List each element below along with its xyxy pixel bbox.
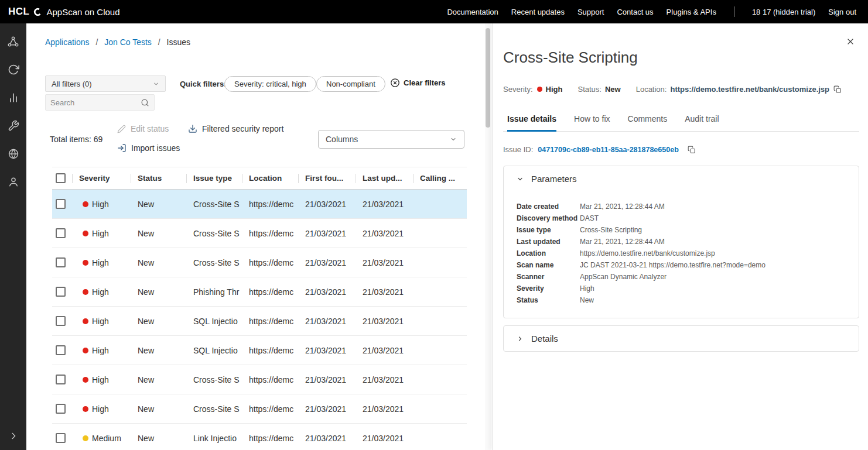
parameter-label: Scanner bbox=[517, 271, 580, 283]
parameters-card-header[interactable]: Parameters bbox=[504, 166, 859, 191]
table-row[interactable]: High New Cross-Site S https://demc 21/03… bbox=[52, 365, 467, 394]
sidebar-item-network[interactable] bbox=[0, 142, 26, 166]
tab-comments[interactable]: Comments bbox=[628, 109, 668, 132]
table-row[interactable]: High New Cross-Site S https://demc 21/03… bbox=[52, 394, 467, 424]
parameter-label: Scan name bbox=[517, 259, 580, 271]
issues-panel: Applications / Jon Co Tests / Issues All… bbox=[26, 23, 485, 450]
column-header[interactable]: Last upd... bbox=[363, 174, 420, 183]
parameters-fields: Date created Mar 21, 2021, 12:28:44 AM D… bbox=[504, 191, 859, 318]
column-header[interactable]: Issue type bbox=[193, 174, 249, 183]
tab-audit-trail[interactable]: Audit trail bbox=[685, 109, 719, 132]
first-found-cell: 21/03/2021 bbox=[305, 229, 363, 238]
location-link[interactable]: https://demo.testfire.net/bank/customize… bbox=[670, 85, 829, 94]
row-checkbox-cell bbox=[52, 345, 79, 355]
sidebar-item-applications[interactable] bbox=[0, 30, 26, 53]
issue-id-link[interactable]: 0471709c-cb89-eb11-85aa-281878e650eb bbox=[538, 146, 678, 154]
row-checkbox[interactable] bbox=[56, 257, 66, 267]
table-row[interactable]: Medium New Link Injectio https://demc 21… bbox=[52, 424, 467, 450]
breadcrumb-current: Issues bbox=[167, 37, 190, 47]
severity-text: High bbox=[92, 258, 109, 267]
topnav-support[interactable]: Support bbox=[577, 8, 604, 16]
search-input[interactable] bbox=[50, 98, 141, 107]
table-row[interactable]: High New Cross-Site S https://demc 21/03… bbox=[52, 190, 467, 219]
first-found-cell: 21/03/2021 bbox=[305, 404, 363, 414]
location-cell: https://demc bbox=[249, 404, 305, 414]
breadcrumb: Applications / Jon Co Tests / Issues bbox=[45, 37, 190, 47]
column-header[interactable]: Severity bbox=[79, 174, 138, 183]
row-checkbox[interactable] bbox=[56, 199, 66, 209]
signout-link[interactable]: Sign out bbox=[828, 8, 856, 16]
issues-table: Severity Status Issue type Location Firs… bbox=[52, 167, 467, 450]
parameter-label: Issue type bbox=[517, 224, 580, 236]
topnav-recent-updates[interactable]: Recent updates bbox=[511, 8, 565, 16]
row-checkbox[interactable] bbox=[56, 287, 66, 297]
table-row[interactable]: High New Cross-Site S https://demc 21/03… bbox=[52, 219, 467, 248]
brand: HCL AppScan on Cloud bbox=[8, 6, 120, 18]
copy-location-icon[interactable] bbox=[833, 85, 842, 94]
all-filters-dropdown[interactable]: All filters (0) bbox=[45, 75, 166, 92]
topnav-contact-us[interactable]: Contact us bbox=[617, 8, 653, 16]
copy-issue-id-icon[interactable] bbox=[688, 146, 696, 154]
parameters-card: Parameters Date created Mar 21, 2021, 12… bbox=[503, 166, 859, 318]
scrollbar-thumb[interactable] bbox=[486, 28, 490, 128]
row-checkbox[interactable] bbox=[56, 345, 66, 355]
sidebar-expand-button[interactable] bbox=[0, 425, 26, 446]
location-cell: https://demc bbox=[249, 434, 305, 443]
breadcrumb-application-name[interactable]: Jon Co Tests bbox=[104, 37, 152, 47]
quick-filter-noncompliant[interactable]: Non-compliant bbox=[316, 76, 385, 92]
severity-dot bbox=[83, 201, 88, 207]
table-row[interactable]: High New SQL Injectio https://demc 21/03… bbox=[52, 307, 467, 336]
topbar: HCL AppScan on Cloud Documentation Recen… bbox=[0, 0, 868, 23]
filtered-security-report-button[interactable]: Filtered security report bbox=[188, 124, 283, 133]
search-field[interactable] bbox=[45, 94, 155, 111]
table-row[interactable]: High New Cross-Site S https://demc 21/03… bbox=[52, 248, 467, 277]
breadcrumb-applications[interactable]: Applications bbox=[45, 37, 90, 47]
status-cell: New bbox=[138, 200, 193, 209]
tab-how-to-fix[interactable]: How to fix bbox=[574, 109, 610, 132]
table-row[interactable]: High New Phishing Thr https://demc 21/03… bbox=[52, 277, 467, 307]
first-found-cell: 21/03/2021 bbox=[305, 434, 363, 443]
severity-text: High bbox=[92, 317, 109, 326]
status-cell: New bbox=[138, 258, 193, 267]
sidebar-item-scans[interactable] bbox=[0, 58, 26, 81]
parameter-label: Status bbox=[517, 294, 580, 306]
close-panel-button[interactable] bbox=[845, 36, 856, 47]
row-checkbox[interactable] bbox=[56, 433, 66, 443]
parameter-value: JC DAST 2021-03-21 https://demo.testfire… bbox=[580, 259, 766, 271]
table-row[interactable]: High New SQL Injectio https://demc 21/03… bbox=[52, 336, 467, 365]
topnav-plugins-apis[interactable]: Plugins & APIs bbox=[667, 8, 716, 16]
columns-dropdown[interactable]: Columns bbox=[318, 130, 464, 149]
parameter-label: Date created bbox=[517, 201, 580, 212]
severity-cell: High bbox=[79, 404, 138, 414]
row-checkbox[interactable] bbox=[56, 228, 66, 238]
pencil-icon bbox=[117, 125, 126, 133]
all-filters-label: All filters (0) bbox=[52, 80, 92, 88]
parameter-value: Cross-Site Scripting bbox=[580, 224, 642, 236]
import-issues-label: Import issues bbox=[131, 143, 180, 153]
issue-type-cell: Cross-Site S bbox=[193, 375, 249, 384]
column-header[interactable]: Calling ... bbox=[420, 174, 467, 183]
import-issues-button[interactable]: Import issues bbox=[117, 143, 180, 153]
table-header-row: Severity Status Issue type Location Firs… bbox=[52, 167, 467, 190]
topnav-documentation[interactable]: Documentation bbox=[447, 8, 498, 16]
column-header[interactable]: Status bbox=[138, 174, 193, 183]
filtered-security-report-label: Filtered security report bbox=[202, 124, 283, 133]
row-checkbox[interactable] bbox=[56, 375, 66, 384]
parameter-value: AppScan Dynamic Analyzer bbox=[580, 271, 667, 283]
row-checkbox[interactable] bbox=[56, 404, 66, 414]
sidebar-item-account[interactable] bbox=[0, 170, 26, 194]
sidebar-item-tools[interactable] bbox=[0, 114, 26, 138]
edit-status-button[interactable]: Edit status bbox=[117, 124, 169, 133]
quick-filter-severity[interactable]: Severity: critical, high bbox=[224, 76, 316, 92]
select-all-checkbox[interactable] bbox=[56, 173, 66, 183]
sidebar-item-reports[interactable] bbox=[0, 86, 26, 109]
column-header[interactable]: First fou... bbox=[305, 174, 363, 183]
details-card-header[interactable]: Details bbox=[504, 326, 859, 351]
column-header[interactable]: Location bbox=[249, 174, 305, 183]
parameter-value: Mar 21, 2021, 12:28:44 AM bbox=[580, 236, 665, 248]
chevron-down-icon bbox=[450, 136, 457, 143]
row-checkbox[interactable] bbox=[56, 316, 66, 326]
issue-type-cell: Phishing Thr bbox=[193, 287, 249, 297]
tab-issue-details[interactable]: Issue details bbox=[507, 109, 556, 132]
clear-filters-button[interactable]: Clear filters bbox=[390, 78, 446, 88]
